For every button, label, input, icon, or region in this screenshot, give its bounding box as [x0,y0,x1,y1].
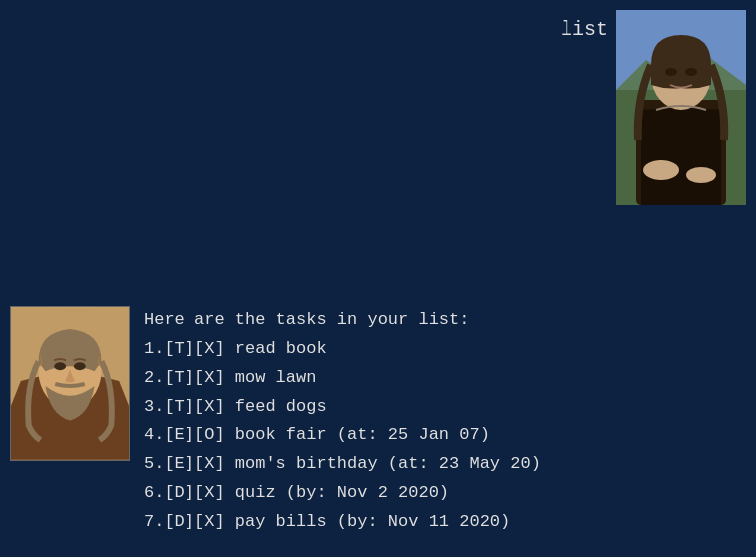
bottom-section: Here are the tasks in your list: 1.[T][X… [10,306,746,537]
svg-point-16 [74,362,86,370]
mona-lisa-image [616,10,746,205]
svg-point-15 [54,362,66,370]
list-label: list [561,18,608,41]
svg-point-7 [665,68,677,76]
task-items: 1.[T][X] read book 2.[T][X] mow lawn 3.[… [144,335,541,537]
svg-point-8 [685,68,697,76]
task-intro: Here are the tasks in your list: [144,306,541,335]
task-list: Here are the tasks in your list: 1.[T][X… [144,306,541,537]
davinci-image [10,306,130,461]
svg-point-9 [643,160,679,180]
svg-point-10 [686,167,716,183]
